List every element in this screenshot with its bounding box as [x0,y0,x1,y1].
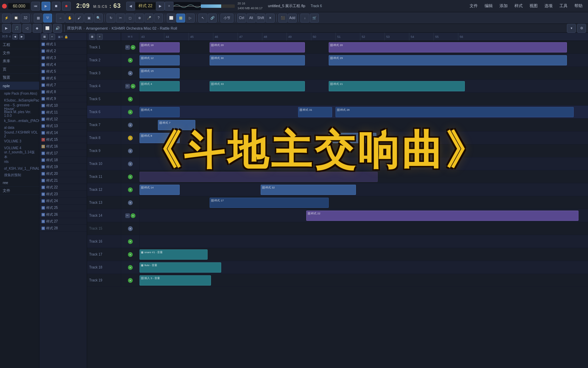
tool-question[interactable]: ? [154,14,163,22]
pattern-menu-btn[interactable]: ▦ [42,34,48,40]
track-6-mute[interactable]: ● [128,110,133,114]
track-label-14[interactable]: Track 14 [87,209,121,222]
collapse-btn[interactable]: ▾ [567,24,576,33]
clip-7-1[interactable]: ▦ 样式 7 [158,120,195,130]
pattern-item-15[interactable]: ✕ 样式 15 [39,136,87,143]
tool-ctrl[interactable]: Ctrl [237,14,246,22]
track-10-mute[interactable]: ● [128,162,133,166]
pattern-item-5[interactable]: ▦ 样式 5 [39,68,87,75]
tool-link[interactable]: 🔗 [208,14,217,22]
sidebar-item-preset[interactable]: 预置 [0,74,39,82]
tool-bar-display[interactable]: 小节 [220,14,233,22]
clip-1-1[interactable]: ▦ 样式 16 [140,42,180,52]
record-button[interactable] [2,4,7,9]
tool-erase[interactable]: ◻ [126,14,134,22]
clip-18-1[interactable]: ▦ flute - 音量 [140,262,221,273]
sidebar-sub-item-12[interactable]: of_KSH..Vol_1__FINAL_ [0,165,39,172]
pattern-item-12[interactable]: ▦ 样式 12 [39,116,87,123]
tool-group[interactable]: ⬛ [278,14,287,22]
tool-pattern[interactable]: Ψ [43,14,52,22]
sidebar-nav-left[interactable]: ◀ [12,34,18,40]
track-clips-19[interactable]: ▦ 插入 3 - 音量 [140,274,588,287]
clip-2-2[interactable]: ▦ 样式 30 [210,55,305,65]
track-clips-1[interactable]: ▦ 样式 16 ▦ 样式 20 ▦ 样式 20 [140,41,588,53]
track-collapse-all[interactable]: ▦ [89,34,95,40]
sidebar-sub-item-10[interactable]: ur..f_sounds_1.14版本 [0,151,39,158]
sidebar-sub-item-7[interactable]: Sound..f KSHMR VOL 2 [0,131,39,138]
track-label-2[interactable]: Track 2 [87,54,121,66]
track-label-17[interactable]: Track 17 [87,248,121,261]
track-15-mute[interactable]: ● [128,226,133,231]
tool-right[interactable]: ▷ [186,14,195,22]
vol-btn[interactable]: 🔊 [53,24,62,33]
pattern-item-14[interactable]: ▦ 样式 14 [39,129,87,136]
clip-6-2[interactable]: ▦ 样式 31 [298,107,332,117]
sidebar-sub-item-2[interactable]: KSubsc...lkiSamplePack [0,97,39,104]
pattern-item-20[interactable]: ▦ 样式 20 [39,170,87,177]
pattern-item-6[interactable]: ▦ 样式 6 [39,75,87,82]
pattern-item-8[interactable]: ▦ 样式 8 [39,89,87,95]
track-label-8[interactable]: Track 8 [87,132,121,144]
next-pattern-button[interactable]: ▶ [156,2,165,11]
tool-mixer[interactable]: ▦ [34,14,43,22]
clip-4-3[interactable]: ▦ 样式 21 [329,81,465,91]
track-13-mute[interactable]: ● [128,200,133,205]
tool-split[interactable]: ✂ [116,14,125,22]
track-5-mute[interactable]: ● [128,97,133,102]
sidebar-item-project[interactable]: 工程 [0,41,39,49]
sidebar-item-file2[interactable]: 文件 [0,187,39,195]
tool-add[interactable]: Add [288,14,297,22]
track-label-18[interactable]: Track 18 [87,261,121,274]
sidebar-item-library[interactable]: 库库 [0,57,39,65]
pattern-item-25[interactable]: ▦ 样式 25 [39,204,87,211]
pattern-item-11[interactable]: ▦ 样式 11 [39,109,87,116]
pattern-item-24[interactable]: ▦ 样式 24 [39,198,87,204]
track-14-mute[interactable]: ● [131,213,135,218]
clip-12-2[interactable]: ▦ 样式 32 [261,185,356,195]
clip-14-1[interactable]: ▦ 样式 22 [306,211,578,221]
track-label-6[interactable]: Track 6 [87,106,121,118]
sidebar-nav-right[interactable]: ▶ [19,34,24,40]
pattern-item-4[interactable]: ▦ 样式 4 [39,61,87,68]
tool-cart[interactable]: 🛒 [310,14,319,22]
sidebar-sub-item-5[interactable]: k_Soun...entials_(PACK) [0,117,39,124]
track-label-5[interactable]: Track 5 [87,93,121,105]
track-7-mute[interactable]: ● [128,123,133,127]
sidebar-sub-item-3[interactable]: ens - S..gressive House' [0,104,39,110]
track-clips-3[interactable]: ▦ 样式 15 [140,67,588,79]
play-mini[interactable]: ▶ [2,24,11,33]
menu-view[interactable]: 视图 [528,2,539,10]
track-clips-8[interactable]: ▦ 样式 8 ▦ 样式 [140,132,588,144]
track-clips-4[interactable]: ▦ 样式 4 ▦ 样式 33 ▦ 样式 21 [140,80,588,92]
menu-pattern[interactable]: 样式 [513,2,524,10]
clip-2-3[interactable]: ▦ 样式 29 [329,55,567,65]
sidebar-sub-item-6[interactable]: al data [0,124,39,131]
track-clips-15[interactable] [140,222,588,235]
tool-cursor[interactable]: ↖ [198,14,207,22]
pattern-view-btn[interactable]: 🎵 [12,24,21,33]
track-clips-16[interactable] [140,235,588,248]
sidebar-sub-item-4[interactable]: Black M..ples Ver. 1.0.0 [0,110,39,117]
track-2-mute[interactable]: ● [128,58,133,63]
clip-3-1[interactable]: ▦ 样式 15 [140,68,180,78]
track-clips-2[interactable]: ▦ 样式 12 ▦ 样式 30 ▦ 样式 29 [140,54,588,66]
track-clips-12[interactable]: ▦ 样式 14 ▦ 样式 32 [140,183,588,196]
prev-button[interactable]: ⏮ [31,2,40,11]
track-label-11[interactable]: Track 11 [87,170,121,183]
track-clips-10[interactable] [140,157,588,170]
pattern-item-9[interactable]: ▦ 样式 9 [39,95,87,102]
track-add-btn[interactable]: + [97,34,103,40]
tool-micro[interactable]: 🎤 [145,14,153,22]
track-14-edit[interactable]: ✂ [125,213,130,218]
track-clips-6[interactable]: ▦ 样式 6 ▦ 样式 31 ▦ 样式 26 [140,106,588,118]
pattern-item-7[interactable]: ▦ 样式 7 [39,82,87,89]
track-label-7[interactable]: Track 7 [87,119,121,131]
track-clips-14[interactable]: ▦ 样式 22 [140,209,588,222]
tracks-container[interactable]: Track 1 ✏ ● ▦ 样式 16 ▦ 样式 20 [87,41,588,368]
menu-edit[interactable]: 编辑 [483,2,494,10]
track-8-mute[interactable]: ● [128,136,133,140]
track-clips-17[interactable]: ▦ snare #1 - 音量 [140,248,588,261]
clip-13-1[interactable]: ▦ 样式 17 [210,198,329,208]
pattern-item-23[interactable]: ▦ 样式 23 [39,191,87,198]
pattern-item-3[interactable]: ▦ 样式 3 [39,55,87,61]
